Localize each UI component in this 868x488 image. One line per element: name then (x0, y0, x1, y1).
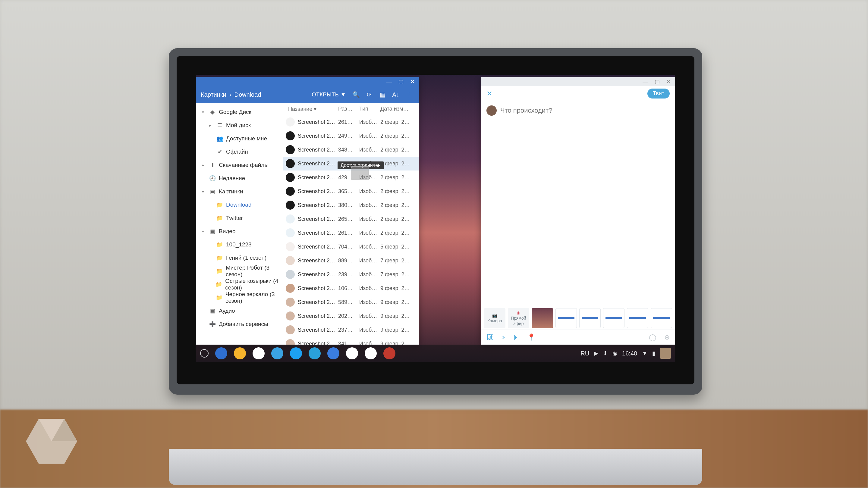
sort-icon[interactable]: A↓ (391, 90, 401, 100)
files-app[interactable] (215, 347, 227, 359)
keep-app[interactable] (234, 347, 246, 359)
sidebar-item[interactable]: ▣Аудио (196, 304, 283, 318)
chrome-app[interactable] (253, 347, 265, 359)
sidebar-item[interactable]: 🕘Недавние (196, 172, 283, 185)
file-row[interactable]: Screenshot 2018-02…589…Изоб…9 февр. 2… (283, 295, 419, 309)
telegram-app[interactable] (309, 347, 321, 359)
file-row[interactable]: Screenshot 2018-02…265…Изоб…2 февр. 2… (283, 212, 419, 226)
tweet-button[interactable]: Твит (647, 89, 670, 98)
twitter-app[interactable] (290, 347, 302, 359)
twitter-titlebar: — ▢ ✕ (481, 77, 675, 86)
tweet-input[interactable] (500, 105, 670, 116)
folder-icon: ➕ (209, 321, 216, 327)
sidebar-item[interactable]: 👥Доступные мне (196, 132, 283, 145)
download-tray-icon[interactable]: ⬇ (603, 350, 608, 357)
close-button[interactable]: ✕ (666, 78, 671, 85)
battery-icon[interactable]: ▮ (652, 350, 655, 357)
location-icon[interactable]: 📍 (527, 333, 535, 341)
file-row[interactable]: Screenshot 2018-02…261…Изоб…2 февр. 2… (283, 226, 419, 240)
docs-app[interactable] (327, 347, 339, 359)
sidebar-item[interactable]: ➕Добавить сервисы (196, 318, 283, 331)
maximize-button[interactable]: ▢ (398, 78, 404, 85)
minimize-button[interactable]: — (386, 78, 392, 85)
file-row[interactable]: Screenshot 2018-02…237…Изоб…9 февр. 2… (283, 323, 419, 337)
file-name: Screenshot 2018-02… (298, 216, 338, 222)
text-app[interactable] (383, 347, 396, 359)
compose-close-icon[interactable]: ✕ (487, 90, 493, 98)
file-row[interactable]: Screenshot 2018-02…341…Изоб…9 февр. 2… (283, 337, 419, 345)
breadcrumb[interactable]: Картинки › Download (201, 91, 307, 98)
live-icon: ◉ (517, 310, 520, 315)
sidebar-item[interactable]: ▸☰Мой диск (196, 119, 283, 132)
wifi-icon[interactable]: ▼ (642, 350, 647, 357)
refresh-icon[interactable]: ⟳ (364, 90, 374, 100)
media-thumb[interactable] (627, 308, 648, 328)
launcher-button[interactable] (200, 349, 209, 358)
file-row[interactable]: Screenshot 2018-02…365…Изоб…2 февр. 2… (283, 184, 419, 198)
file-row[interactable]: Screenshot 2018-02…261…Изоб…2 февр. 2… (283, 115, 419, 129)
play-app[interactable] (365, 347, 377, 359)
sidebar-item[interactable]: 📁100_1223 (196, 238, 283, 251)
view-grid-icon[interactable]: ▦ (377, 90, 388, 100)
file-size: 261… (338, 119, 359, 125)
col-size[interactable]: Раз… (338, 106, 359, 112)
maximize-button[interactable]: ▢ (655, 78, 660, 85)
file-row[interactable]: Screenshot 2018-02…239…Изоб…7 февр. 2… (283, 267, 419, 281)
twitter-window: — ▢ ✕ ✕ Твит 📷 (481, 77, 675, 345)
clock[interactable]: 16:40 (622, 350, 637, 357)
file-row[interactable]: Screenshot 2018-02…348…Изоб…2 февр. 2… (283, 143, 419, 157)
shelf: RU ▶ ⬇ ◉ 16:40 ▼ ▮ (196, 345, 675, 362)
record-tray-icon[interactable]: ◉ (613, 350, 617, 357)
sidebar-item[interactable]: 📁Twitter (196, 212, 283, 225)
col-name[interactable]: Название ▾ (286, 106, 338, 112)
play-tray-icon[interactable]: ▶ (594, 350, 598, 357)
user-avatar[interactable] (660, 348, 671, 359)
close-button[interactable]: ✕ (410, 78, 415, 85)
breadcrumb-item[interactable]: Download (234, 91, 261, 98)
file-row[interactable]: Screenshot 2018-02…380…Изоб…2 февр. 2… (283, 198, 419, 212)
minimize-button[interactable]: — (643, 78, 648, 85)
media-thumb[interactable] (603, 308, 624, 328)
folder-icon: ▣ (209, 188, 216, 195)
gmail-app[interactable] (346, 347, 358, 359)
sidebar-item-label: Добавить сервисы (219, 321, 268, 327)
sidebar-item[interactable]: ▸⬇Скачанные файлы (196, 158, 283, 172)
media-thumb[interactable] (532, 308, 553, 328)
sidebar-item-label: Черное зеркало (3 сезон) (225, 291, 283, 304)
sidebar-item[interactable]: 📁Гений (1 сезон) (196, 251, 283, 264)
search-icon[interactable]: 🔍 (351, 90, 361, 100)
sidebar-item-label: Гений (1 сезон) (226, 255, 267, 261)
file-row[interactable]: Screenshot 2018-02…704…Изоб…5 февр. 2… (283, 240, 419, 254)
sidebar-item[interactable]: 📁Download (196, 198, 283, 212)
sidebar-item[interactable]: 📁Острые козырьки (4 сезон) (196, 278, 283, 291)
file-row[interactable]: Screenshot 2018-02…202…Изоб…9 февр. 2… (283, 309, 419, 323)
live-cell[interactable]: ◉ Прямой эфир (508, 308, 529, 328)
col-date[interactable]: Дата изм… (380, 106, 416, 112)
store-app[interactable] (271, 347, 283, 359)
file-row[interactable]: Screenshot 2018-02…889…Изоб…7 февр. 2… (283, 254, 419, 267)
file-type: Изоб… (359, 188, 380, 195)
media-thumb[interactable] (579, 308, 601, 328)
file-date: 2 февр. 2… (380, 133, 416, 139)
lang-indicator[interactable]: RU (581, 350, 589, 357)
open-button[interactable]: ОТКРЫТЬ ▼ (310, 92, 348, 98)
breadcrumb-item[interactable]: Картинки (201, 91, 226, 98)
system-tray[interactable]: RU ▶ ⬇ ◉ 16:40 ▼ ▮ (581, 348, 671, 359)
sidebar-item[interactable]: ✔Офлайн (196, 145, 283, 158)
sidebar-item[interactable]: ▾◆Google Диск (196, 105, 283, 119)
poll-icon[interactable]: ⏵ (513, 333, 519, 341)
sidebar-item[interactable]: 📁Мистер Робот (3 сезон) (196, 264, 283, 278)
sidebar-item[interactable]: 📁Черное зеркало (3 сезон) (196, 291, 283, 304)
col-type[interactable]: Тип (359, 106, 380, 112)
media-thumb[interactable] (651, 308, 672, 328)
media-thumb[interactable] (555, 308, 577, 328)
more-icon[interactable]: ⋮ (404, 90, 414, 100)
camera-cell[interactable]: 📷 Камера (484, 308, 505, 328)
image-icon[interactable]: 🖼 (487, 333, 493, 341)
sidebar-item[interactable]: ▾▣Видео (196, 225, 283, 238)
sidebar-item[interactable]: ▾▣Картинки (196, 185, 283, 198)
file-row[interactable]: Screenshot 2018-02…106…Изоб…9 февр. 2… (283, 281, 419, 295)
file-row[interactable]: Screenshot 2018-02…249…Изоб…2 февр. 2… (283, 129, 419, 143)
add-tweet-icon[interactable]: ⊕ (664, 333, 670, 341)
gif-icon[interactable]: ⎆ (501, 333, 505, 341)
